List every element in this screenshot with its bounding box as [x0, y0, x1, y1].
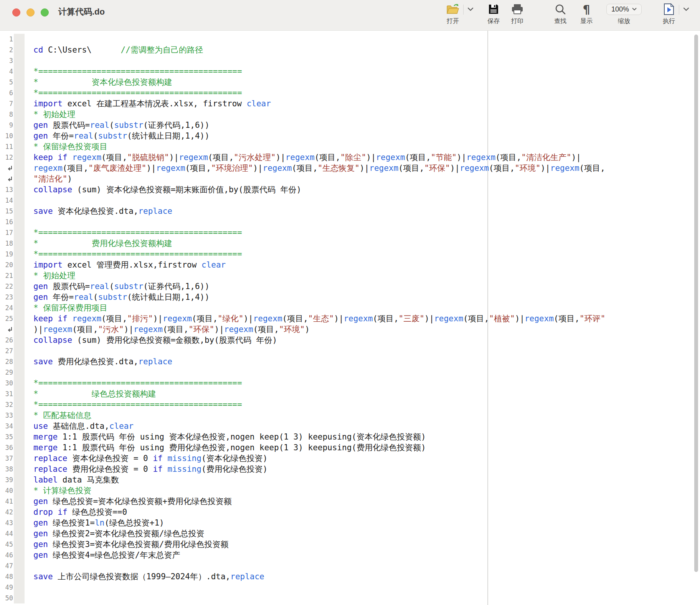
- code-line: 11* 保留绿色投资项目: [0, 141, 700, 152]
- print-button[interactable]: 打印: [511, 2, 523, 25]
- code-token: (证券代码,1,6)): [143, 282, 210, 291]
- gutter-margin-band: [14, 324, 25, 335]
- code-editor[interactable]: 12cd C:\Users\ //需调整为自己的路径34*===========…: [0, 31, 700, 605]
- line-number: 12: [0, 152, 14, 163]
- code-token: 资本化绿色投资 = 0: [68, 454, 153, 463]
- code-text: *=======================================…: [25, 227, 242, 238]
- gutter-margin-band: [14, 356, 25, 367]
- code-text: save 费用化绿色投资.dta,replace: [25, 356, 172, 367]
- code-token: )|: [360, 164, 369, 173]
- code-text: "清洁化"): [25, 174, 72, 184]
- code-token: regexm: [376, 153, 405, 162]
- code-token: "绿化": [218, 314, 243, 323]
- open-dropdown-button[interactable]: [467, 2, 474, 16]
- code-token: ): [67, 174, 72, 183]
- vertical-scrollbar[interactable]: [694, 35, 698, 572]
- open-button[interactable]: 打开: [446, 2, 459, 25]
- code-text: import excel 管理费用.xlsx,firstrow clear: [25, 260, 226, 270]
- code-token: (证券代码,1,6)): [143, 121, 210, 130]
- save-label: 保存: [487, 17, 500, 25]
- do-dropdown-button[interactable]: [683, 2, 689, 16]
- line-number: 43: [0, 517, 14, 528]
- code-token: ): [305, 325, 310, 334]
- find-button[interactable]: 查找: [554, 2, 566, 25]
- code-token: )|: [366, 153, 376, 162]
- code-token: gen: [33, 282, 48, 291]
- line-number: 6: [0, 88, 14, 98]
- code-line: 37replace 资本化绿色投资 = 0 if missing(资本化绿色投资…: [0, 453, 700, 464]
- line-number: 38: [0, 464, 14, 474]
- code-line: 50: [0, 593, 700, 603]
- code-token: (项目,: [185, 164, 211, 173]
- code-token: * 保留环保费用项目: [33, 303, 107, 312]
- line-number: 26: [0, 335, 14, 345]
- code-line: 25keep if regexm(项目,"排污")|regexm(项目,"绿化"…: [0, 313, 700, 324]
- code-token: import: [33, 99, 63, 108]
- gutter-margin-band: [14, 453, 25, 464]
- maximize-window-button[interactable]: [41, 8, 49, 17]
- code-token: )|: [169, 153, 179, 162]
- gutter-margin-band: [14, 141, 25, 152]
- code-text: gen 股票代码=real(substr(证券代码,1,6)): [25, 281, 210, 292]
- code-line: 39label data 马克集数: [0, 474, 700, 485]
- code-line: 10gen 年份=real(substr(统计截止日期,1,4)): [0, 131, 700, 141]
- code-token: regexm: [525, 314, 554, 323]
- code-token: replace: [138, 207, 172, 216]
- code-line: 40* 计算绿色投资: [0, 485, 700, 496]
- code-token: regexm: [460, 164, 489, 173]
- code-token: )|: [146, 164, 156, 173]
- close-window-button[interactable]: [12, 8, 20, 17]
- code-token: missing: [167, 454, 201, 463]
- gutter-margin-band: [14, 313, 25, 324]
- code-token: (项目,: [208, 153, 234, 162]
- save-floppy-icon: [488, 2, 499, 16]
- save-button[interactable]: 保存: [487, 2, 500, 25]
- gutter-margin-band: [14, 496, 25, 507]
- titlebar: 计算代码.do 打开: [0, 0, 700, 31]
- zoom-select[interactable]: 100%: [606, 4, 642, 15]
- gutter-margin-band: [14, 217, 25, 227]
- show-button[interactable]: ¶ 显示: [580, 2, 593, 25]
- code-line: 14: [0, 195, 700, 206]
- code-token: clear: [201, 260, 226, 269]
- do-button[interactable]: 执行: [663, 2, 675, 25]
- code-token: "环境": [515, 164, 540, 173]
- code-text: [25, 217, 33, 227]
- code-token: [163, 464, 168, 474]
- code-token: "三废": [399, 314, 424, 323]
- code-token: )|: [334, 314, 343, 323]
- minimize-window-button[interactable]: [26, 8, 35, 17]
- code-token: regexm: [434, 314, 463, 323]
- gutter-margin-band: [14, 120, 25, 131]
- code-token: 绿色投资2=资本化绿色投资额/绿色总投资: [48, 529, 205, 538]
- line-number: 17: [0, 227, 14, 238]
- code-token: "植被": [489, 314, 515, 323]
- line-number: 23: [0, 292, 14, 302]
- code-token: excel 管理费用.xlsx,firstrow: [63, 260, 201, 269]
- code-token: *=======================================…: [33, 228, 242, 237]
- code-text: gen 绿色投资2=资本化绿色投资额/绿色总投资: [25, 528, 205, 539]
- gutter-margin-band: [14, 378, 25, 388]
- code-token: (项目,: [579, 164, 605, 173]
- code-text: label data 马克集数: [25, 474, 119, 485]
- line-number: 30: [0, 378, 14, 388]
- code-token: label: [33, 475, 58, 484]
- code-token: )|: [153, 314, 163, 323]
- code-token: *=======================================…: [33, 88, 242, 98]
- code-text: save 资本化绿色投资.dta,replace: [25, 206, 172, 217]
- line-number: 13: [0, 184, 14, 195]
- code-line: 35merge 1:1 股票代码 年份 using 资本化绿色投资,nogen …: [0, 431, 700, 442]
- code-text: keep if regexm(项目,"排污")|regexm(项目,"绿化")|…: [25, 313, 605, 324]
- code-text: [25, 367, 33, 378]
- code-line: 36merge 1:1 股票代码 年份 using 费用化绿色投资,nogen …: [0, 442, 700, 453]
- code-text: * 保留绿色投资项目: [25, 141, 107, 152]
- chevron-down-icon: [632, 8, 637, 11]
- code-line: 1: [0, 34, 700, 45]
- line-number: 3: [0, 55, 14, 66]
- code-text: [25, 34, 33, 45]
- line-number: 27: [0, 345, 14, 356]
- code-text: * 初始处理: [25, 270, 75, 281]
- code-line: 29: [0, 367, 700, 378]
- code-token: (项目,: [192, 314, 218, 323]
- line-number: 18: [0, 238, 14, 249]
